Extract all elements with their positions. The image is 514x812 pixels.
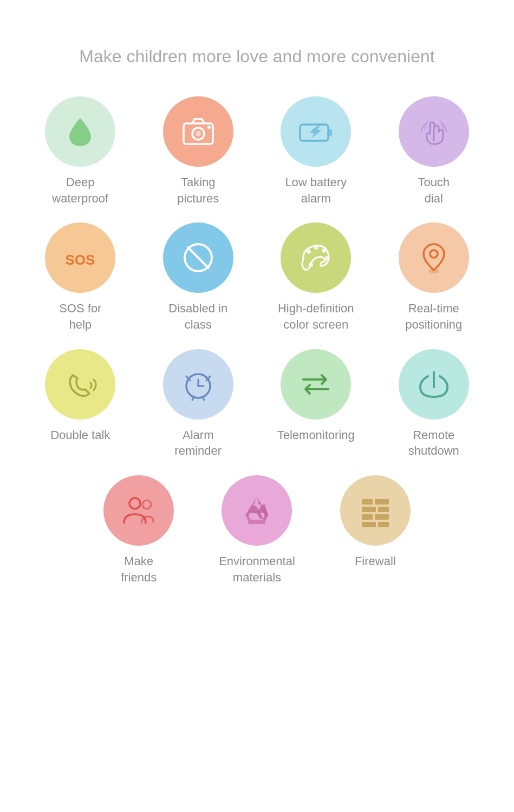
icon-circle-make-friends bbox=[103, 475, 174, 546]
svg-rect-32 bbox=[362, 522, 376, 527]
feature-label-firewall: Firewall bbox=[355, 553, 396, 569]
svg-point-2 bbox=[196, 131, 201, 136]
features-wrapper: Deepwaterproof Takingpictures Low batter… bbox=[22, 96, 492, 586]
svg-rect-31 bbox=[375, 514, 389, 520]
icon-circle-taking-pictures bbox=[163, 96, 233, 167]
feature-telemonitoring: Telemonitoring bbox=[260, 349, 373, 459]
feature-label-telemonitoring: Telemonitoring bbox=[277, 427, 355, 443]
icon-circle-telemonitoring bbox=[281, 349, 351, 420]
feature-deep-waterproof: Deepwaterproof bbox=[24, 96, 137, 206]
feature-label-taking-pictures: Takingpictures bbox=[177, 174, 219, 206]
svg-point-11 bbox=[322, 248, 326, 253]
feature-taking-pictures: Takingpictures bbox=[142, 96, 255, 206]
svg-point-25 bbox=[142, 500, 151, 509]
icon-circle-deep-waterproof bbox=[45, 96, 115, 167]
icon-circle-sos-help: SOS bbox=[45, 222, 115, 293]
page-subtitle: Make children more love and more conveni… bbox=[79, 43, 434, 69]
icon-circle-disabled-class bbox=[163, 222, 233, 293]
feature-label-remote-shutdown: Remoteshutdown bbox=[408, 427, 459, 459]
svg-rect-27 bbox=[375, 499, 389, 505]
feature-label-touch-dial: Touchdial bbox=[418, 174, 450, 206]
svg-point-12 bbox=[325, 256, 329, 260]
icon-circle-low-battery-alarm bbox=[281, 96, 351, 167]
features-grid-row3: Double talk Alarmreminder Telemonitoring… bbox=[24, 349, 490, 459]
svg-point-9 bbox=[307, 250, 311, 254]
feature-sos-help: SOS SOS forhelp bbox=[24, 222, 137, 332]
icon-circle-high-definition bbox=[281, 222, 351, 293]
feature-label-sos-help: SOS forhelp bbox=[59, 300, 101, 332]
feature-environmental-materials: Environmentalmaterials bbox=[200, 475, 313, 585]
icon-circle-real-time-positioning bbox=[399, 222, 469, 293]
svg-point-24 bbox=[129, 498, 140, 509]
svg-point-14 bbox=[430, 250, 438, 258]
icon-circle-alarm-reminder bbox=[163, 349, 233, 420]
svg-rect-28 bbox=[362, 507, 376, 512]
svg-rect-5 bbox=[328, 129, 332, 136]
icon-circle-remote-shutdown bbox=[399, 349, 469, 420]
feature-make-friends: Makefriends bbox=[82, 475, 195, 585]
feature-label-alarm-reminder: Alarmreminder bbox=[174, 427, 222, 459]
svg-line-8 bbox=[188, 247, 209, 268]
feature-remote-shutdown: Remoteshutdown bbox=[378, 349, 490, 459]
svg-rect-26 bbox=[362, 499, 373, 505]
feature-label-high-definition: High-definitioncolor screen bbox=[278, 300, 354, 332]
svg-point-13 bbox=[309, 263, 313, 267]
feature-high-definition: High-definitioncolor screen bbox=[260, 222, 373, 332]
feature-label-double-talk: Double talk bbox=[50, 427, 110, 443]
feature-touch-dial: Touchdial bbox=[378, 96, 490, 206]
svg-point-15 bbox=[428, 269, 439, 273]
svg-text:SOS: SOS bbox=[66, 252, 95, 268]
feature-label-deep-waterproof: Deepwaterproof bbox=[52, 174, 108, 206]
feature-label-low-battery-alarm: Low batteryalarm bbox=[285, 174, 347, 206]
feature-label-make-friends: Makefriends bbox=[121, 553, 157, 585]
feature-low-battery-alarm: Low batteryalarm bbox=[260, 96, 373, 206]
svg-point-3 bbox=[207, 126, 211, 129]
feature-label-disabled-class: Disabled inclass bbox=[168, 300, 227, 332]
features-grid-row1: Deepwaterproof Takingpictures Low batter… bbox=[24, 96, 490, 206]
features-grid-row4: Makefriends Environmentalmaterials Firew… bbox=[82, 475, 432, 585]
icon-circle-double-talk bbox=[45, 349, 115, 420]
feature-label-environmental-materials: Environmentalmaterials bbox=[219, 553, 295, 585]
feature-firewall: Firewall bbox=[319, 475, 432, 585]
feature-alarm-reminder: Alarmreminder bbox=[142, 349, 255, 459]
feature-double-talk: Double talk bbox=[24, 349, 137, 459]
svg-rect-29 bbox=[378, 507, 389, 512]
svg-rect-33 bbox=[378, 522, 389, 527]
feature-label-real-time-positioning: Real-timepositioning bbox=[405, 300, 462, 332]
icon-circle-firewall bbox=[340, 475, 411, 546]
features-grid-row2: SOS SOS forhelp Disabled inclass High-de… bbox=[24, 222, 490, 332]
svg-rect-30 bbox=[362, 514, 373, 520]
svg-point-10 bbox=[314, 245, 318, 250]
feature-disabled-class: Disabled inclass bbox=[142, 222, 255, 332]
icon-circle-environmental-materials bbox=[222, 475, 292, 546]
icon-circle-touch-dial bbox=[399, 96, 469, 167]
feature-real-time-positioning: Real-timepositioning bbox=[378, 222, 490, 332]
